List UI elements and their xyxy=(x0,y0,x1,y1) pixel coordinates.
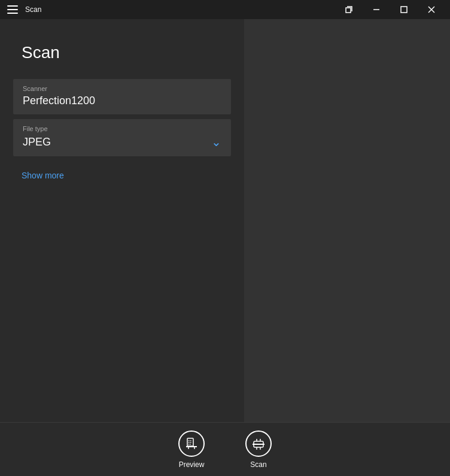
close-button[interactable] xyxy=(418,0,445,19)
right-panel xyxy=(244,19,450,422)
preview-button[interactable]: Preview xyxy=(170,427,213,472)
main-layout: Scan Scanner Perfection1200 File type JP… xyxy=(0,19,450,422)
scan-label: Scan xyxy=(250,460,266,469)
bottom-bar: Preview Scan xyxy=(0,422,450,476)
preview-icon-circle xyxy=(178,430,205,457)
filetype-select-row: JPEG ⌄ xyxy=(23,135,221,149)
minimize-icon xyxy=(373,6,380,13)
scan-icon xyxy=(251,436,266,451)
left-panel: Scan Scanner Perfection1200 File type JP… xyxy=(0,19,244,422)
title-bar: Scan xyxy=(0,0,450,19)
page-title: Scan xyxy=(0,19,244,79)
chevron-down-icon[interactable]: ⌄ xyxy=(211,135,221,149)
filetype-field: File type JPEG ⌄ xyxy=(13,119,231,156)
restore-button[interactable] xyxy=(335,0,363,19)
maximize-button[interactable] xyxy=(390,0,418,19)
preview-label: Preview xyxy=(179,460,205,469)
close-icon xyxy=(428,6,435,13)
title-bar-title: Scan xyxy=(25,5,41,14)
preview-icon xyxy=(184,436,199,451)
svg-rect-2 xyxy=(401,7,407,13)
svg-rect-0 xyxy=(346,8,351,13)
minimize-button[interactable] xyxy=(363,0,390,19)
maximize-icon xyxy=(400,6,408,13)
title-bar-controls xyxy=(335,0,445,19)
scan-button[interactable]: Scan xyxy=(237,427,280,472)
scanner-value: Perfection1200 xyxy=(23,95,221,107)
hamburger-icon[interactable] xyxy=(7,5,18,14)
restore-icon xyxy=(345,6,352,13)
scan-icon-circle xyxy=(245,430,272,457)
show-more-link[interactable]: Show more xyxy=(22,171,244,180)
scanner-label: Scanner xyxy=(23,85,221,92)
filetype-value: JPEG xyxy=(23,136,51,148)
scanner-field: Scanner Perfection1200 xyxy=(13,79,231,114)
filetype-label: File type xyxy=(23,125,221,132)
title-bar-left: Scan xyxy=(7,5,41,14)
